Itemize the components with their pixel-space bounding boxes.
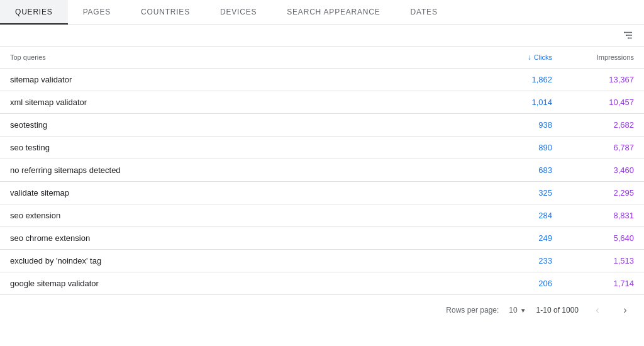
row-impressions: 1,513 [552,256,634,265]
tab-pages[interactable]: PAGES [68,0,126,24]
row-query: google sitemap validator [10,279,477,288]
svg-point-3 [624,31,625,33]
row-clicks: 1,014 [477,98,552,107]
queries-table: Top queries ↓ Clicks Impressions sitemap… [0,47,644,295]
table-row[interactable]: seo extension2848,831 [0,204,644,227]
table-row[interactable]: excluded by 'noindex' tag2331,513 [0,250,644,272]
row-query: validate sitemap [10,188,477,198]
table-row[interactable]: validate sitemap3252,295 [0,182,644,204]
prev-page-button[interactable]: ‹ [589,301,606,319]
table-row[interactable]: no referring sitemaps detected6833,460 [0,159,644,182]
tab-search-appearance[interactable]: SEARCH APPEARANCE [272,0,395,24]
row-impressions: 10,457 [552,98,634,107]
toolbar [0,25,644,47]
table-row[interactable]: seo chrome extension2495,640 [0,227,644,250]
tab-devices[interactable]: DEVICES [205,0,272,24]
rows-per-page-select[interactable]: 10 ▼ [509,306,526,315]
row-query: seo chrome extension [10,233,477,243]
row-clicks: 233 [477,256,552,265]
row-query: sitemap validator [10,75,477,84]
table-body: sitemap validator1,86213,367xml sitemap … [0,69,644,295]
tab-dates[interactable]: DATES [396,0,453,24]
row-impressions: 2,682 [552,120,634,130]
dropdown-arrow-icon: ▼ [520,307,526,314]
column-header-clicks[interactable]: ↓ Clicks [477,53,552,62]
row-impressions: 8,831 [552,211,634,220]
row-impressions: 1,714 [552,279,634,288]
table-row[interactable]: google sitemap validator2061,714 [0,272,644,295]
row-query: xml sitemap validator [10,98,477,107]
tab-queries[interactable]: QUERIES [0,0,68,24]
row-clicks: 938 [477,120,552,130]
row-query: no referring sitemaps detected [10,165,477,175]
column-header-query: Top queries [10,53,477,61]
table-header: Top queries ↓ Clicks Impressions [0,47,644,69]
sort-arrow-icon: ↓ [528,53,531,62]
row-clicks: 1,862 [477,75,552,84]
row-clicks: 325 [477,188,552,198]
tab-countries[interactable]: COUNTRIES [126,0,205,24]
row-clicks: 284 [477,211,552,220]
next-page-button[interactable]: › [616,301,634,319]
row-clicks: 249 [477,233,552,243]
table-row[interactable]: seotesting9382,682 [0,114,644,137]
row-impressions: 3,460 [552,165,634,175]
row-impressions: 6,787 [552,143,634,152]
filter-icon[interactable] [623,30,634,41]
table-row[interactable]: sitemap validator1,86213,367 [0,69,644,91]
row-clicks: 206 [477,279,552,288]
row-impressions: 2,295 [552,188,634,198]
row-query: seo testing [10,143,477,152]
row-query: seo extension [10,211,477,220]
clicks-label: Clicks [534,53,552,61]
row-clicks: 683 [477,165,552,175]
page-range-label: 1-10 of 1000 [536,306,579,315]
svg-point-4 [626,35,627,36]
row-impressions: 5,640 [552,233,634,243]
row-query: excluded by 'noindex' tag [10,256,477,265]
svg-point-5 [628,37,629,38]
rows-per-page-label: Rows per page: [446,306,499,315]
tab-bar: QUERIES PAGES COUNTRIES DEVICES SEARCH A… [0,0,644,25]
row-query: seotesting [10,120,477,130]
column-header-impressions[interactable]: Impressions [552,53,634,61]
row-clicks: 890 [477,143,552,152]
pagination-bar: Rows per page: 10 ▼ 1-10 of 1000 ‹ › [0,295,644,325]
table-row[interactable]: seo testing8906,787 [0,137,644,159]
table-row[interactable]: xml sitemap validator1,01410,457 [0,91,644,114]
row-impressions: 13,367 [552,75,634,84]
rows-per-page-value: 10 [509,306,517,315]
